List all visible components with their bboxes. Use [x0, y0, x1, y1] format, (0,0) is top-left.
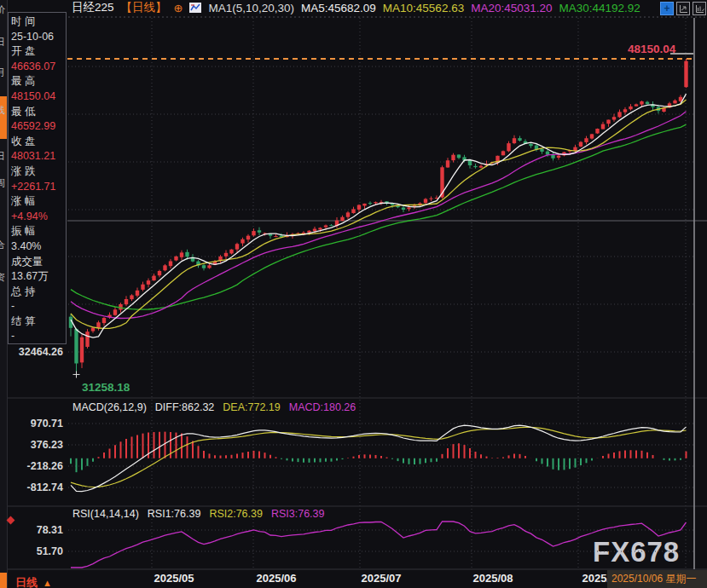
rsi1-value: RSI1:76.39 — [148, 508, 201, 520]
period-tag[interactable]: 【日线】 — [121, 0, 167, 15]
macd-axis-label: -812.74 — [3, 481, 63, 493]
macd-dea-value: DEA:772.19 — [223, 401, 280, 413]
rail-menu-item[interactable]: 周 — [0, 177, 8, 191]
ma20-value: MA20:45031.20 — [471, 2, 552, 14]
ma5-value: MA5:45682.09 — [301, 2, 376, 14]
rsi2-value: RSI2:76.39 — [209, 508, 263, 520]
rsi-axis-label: 78.31 — [3, 524, 63, 536]
quote-field-label: 时 间 — [11, 14, 66, 30]
macd-title[interactable]: MACD(26,12,9) — [72, 401, 147, 413]
quote-field-value: +2261.71 — [11, 180, 66, 195]
rail-selected-item[interactable] — [0, 96, 8, 139]
x-axis-label: 2025/07 — [354, 572, 409, 585]
date-tooltip: 2025/10/06 星期一 — [607, 570, 707, 588]
left-rail-menu[interactable]: 价日月线日周合资 — [0, 0, 8, 588]
quote-field-label: 收 盘 — [11, 135, 66, 150]
quote-field-label: 总 持 — [11, 285, 66, 300]
ma30-value: MA30:44192.92 — [559, 2, 640, 14]
quote-field-value: 3.40% — [11, 239, 66, 255]
period-label: 日线 — [15, 576, 38, 588]
quote-field-label: 成交量 — [11, 255, 66, 270]
quote-field-value: 46636.07 — [11, 60, 66, 75]
toolbar-icons: + — [660, 2, 706, 15]
quote-field-label: 最 高 — [11, 74, 66, 89]
rail-bottom-item[interactable] — [0, 573, 8, 588]
quote-field-value: 48031.21 — [11, 149, 66, 164]
rsi-title[interactable]: RSI(14,14,14) — [72, 508, 139, 520]
rail-menu-item[interactable]: 日 — [0, 36, 8, 49]
quote-field-label: 开 盘 — [11, 44, 66, 60]
quote-sidebar: 时 间25-10-06开 盘46636.07最 高48150.04最 低4659… — [8, 12, 67, 344]
chart-type-icon[interactable] — [189, 3, 201, 13]
session-high-label: 48150.04 — [628, 43, 675, 55]
rsi3-value: RSI3:76.39 — [271, 508, 325, 520]
chart-low-label: 31258.18 — [82, 381, 130, 394]
quote-field-value: - — [11, 299, 66, 314]
rail-menu-item[interactable]: 价 — [0, 3, 8, 17]
chart-canvas[interactable] — [0, 0, 707, 588]
quote-field-value: 13.67万 — [11, 269, 66, 285]
rail-menu-item[interactable]: 资 — [0, 271, 8, 285]
macd-diff-value: DIFF:862.32 — [155, 401, 214, 413]
rsi-axis-label: 51.70 — [3, 545, 63, 557]
quote-field-value: +4.94% — [11, 210, 66, 225]
circle-plus-icon[interactable]: ⊕ — [174, 2, 183, 14]
quote-field-value: 46592.99 — [11, 119, 66, 135]
axis-scale-icon[interactable] — [676, 2, 690, 15]
x-axis-label: 2025/08 — [466, 572, 520, 585]
price-axis-label: 32464.26 — [3, 346, 63, 358]
triangle-up-icon: ▲ — [43, 578, 52, 588]
chart-window: FX678 价日月线日周合资 时 间25-10-06开 盘46636.07最 高… — [0, 0, 707, 588]
chart-header: 日经225 【日线】 ⊕ MA1(5,10,20,30) MA5:45682.0… — [72, 0, 640, 15]
macd-macd-value: MACD:180.26 — [289, 401, 356, 413]
quote-field-value: 48150.04 — [11, 89, 66, 105]
quote-field-label: 最 低 — [11, 105, 66, 120]
crosshair-icon[interactable]: + — [660, 2, 674, 15]
rail-menu-item[interactable]: 线 — [0, 104, 8, 118]
macd-pane-header: MACD(26,12,9) DIFF:862.32 DEA:772.19 MAC… — [72, 401, 356, 413]
rsi-pane-header: RSI(14,14,14) RSI1:76.39 RSI2:76.39 RSI3… — [72, 508, 324, 520]
quote-field-label: 结 算 — [11, 314, 66, 330]
period-selector[interactable]: 日线▲ — [15, 575, 52, 588]
quote-field-value: - — [11, 329, 66, 344]
panel-layout-icon[interactable] — [693, 2, 706, 15]
ma10-value: MA10:45562.63 — [383, 2, 464, 14]
quote-field-value: 25-10-06 — [11, 30, 66, 45]
x-axis-label: 2025/05 — [147, 572, 201, 585]
rail-menu-item[interactable]: 月 — [0, 66, 8, 80]
quote-field-label: 振 幅 — [11, 224, 66, 239]
macd-axis-label: -218.26 — [3, 460, 63, 472]
symbol-name[interactable]: 日经225 — [72, 0, 114, 15]
rail-menu-item[interactable]: 日 — [0, 150, 8, 164]
macd-axis-label: 376.23 — [3, 439, 63, 451]
x-axis-label: 2025/06 — [249, 572, 304, 585]
macd-axis-label: 970.71 — [3, 418, 63, 429]
rail-menu-item[interactable]: 合 — [0, 239, 8, 252]
quote-field-label: 涨 跌 — [11, 164, 66, 180]
ma-settings-label[interactable]: MA1(5,10,20,30) — [208, 2, 294, 14]
quote-field-label: 涨 幅 — [11, 194, 66, 210]
